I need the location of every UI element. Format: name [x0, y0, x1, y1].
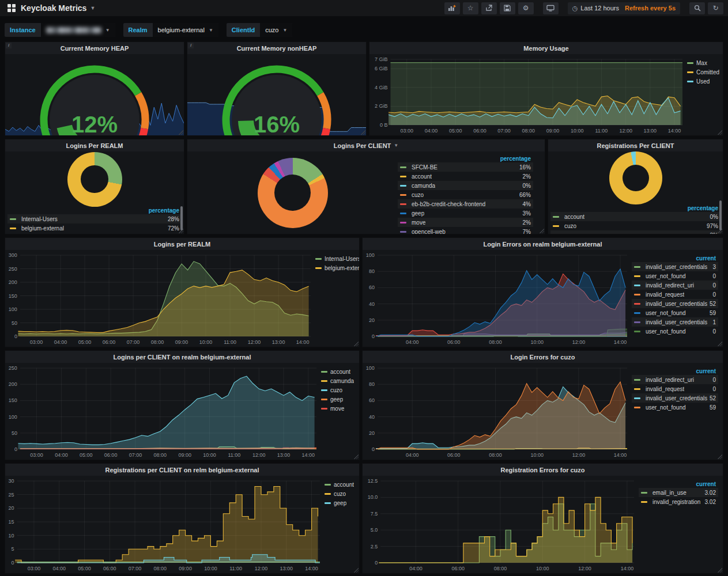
legend-row[interactable]: user_not_found0: [632, 327, 718, 336]
panel-header[interactable]: Logins Per CLIENT ▼: [187, 139, 545, 151]
tv-mode-button[interactable]: [543, 2, 559, 14]
legend-item[interactable]: account: [321, 369, 359, 375]
registrations-per-client-chart[interactable]: 05101520253003:0004:0005:0006:0007:0008:…: [5, 476, 359, 573]
plot-area[interactable]: 02040608010004:0006:0008:0010:0012:0014:…: [363, 250, 632, 347]
legend-row[interactable]: user_not_found59: [632, 308, 718, 317]
settings-button[interactable]: ⚙: [518, 2, 534, 14]
donut-chart[interactable]: [67, 152, 122, 207]
panel-header[interactable]: Logins per CLIENT on realm belgium-exter…: [5, 351, 359, 363]
memory-usage-chart[interactable]: 0 B2 GiB4 GiB6 GiB7 GiB03:0004:0005:0006…: [369, 54, 723, 135]
registrations-per-client-donut[interactable]: percentageaccount0%cuzo97%geep3%: [548, 151, 723, 234]
variable-instance-value[interactable]: ▼: [41, 23, 115, 37]
dashboard-title-caret-icon[interactable]: ▼: [90, 5, 95, 11]
panel-header[interactable]: Current Memory nonHEAP: [187, 42, 366, 54]
legend-row[interactable]: cuzo66%: [398, 190, 533, 199]
legend-item[interactable]: Max: [687, 60, 723, 66]
donut-chart[interactable]: [258, 158, 328, 228]
legend-scrollbar[interactable]: [719, 200, 722, 230]
logins-per-client-chart[interactable]: 05010015020025003:0004:0005:0006:0007:00…: [5, 363, 359, 460]
legend-row[interactable]: account2%: [398, 172, 533, 181]
login-errors-realm-chart[interactable]: 02040608010004:0006:0008:0010:0012:0014:…: [363, 250, 723, 347]
panel-header[interactable]: Registrations per CLIENT on relm belgium…: [5, 464, 359, 476]
legend-row[interactable]: invalid_redirect_uri0: [632, 281, 718, 290]
panel-header[interactable]: Registrations Per CLIENT: [548, 139, 723, 151]
legend-row[interactable]: cuzo97%: [550, 221, 721, 230]
resize-handle[interactable]: [718, 568, 722, 573]
registration-errors-cuzo-chart[interactable]: 02.55.07.510.012.504:0006:0008:0010:0012…: [363, 476, 723, 573]
legend-item[interactable]: camunda: [321, 378, 359, 384]
resize-handle[interactable]: [354, 454, 359, 459]
legend-item[interactable]: move: [321, 406, 359, 412]
legend-item[interactable]: geep: [321, 396, 359, 403]
resize-handle[interactable]: [718, 130, 722, 135]
plot-area[interactable]: 05101520253003:0004:0005:0006:0007:0008:…: [5, 476, 325, 573]
resize-handle[interactable]: [354, 568, 359, 573]
variable-clientid-value[interactable]: cuzo ▼: [260, 23, 292, 37]
logins-per-realm-chart[interactable]: 05010015020025030003:0004:0005:0006:0007…: [5, 250, 359, 347]
legend-row[interactable]: user_not_found0: [632, 271, 718, 281]
legend-item[interactable]: belgium-exter: [315, 265, 359, 271]
dashboard-title[interactable]: Keycloak Metrics: [21, 3, 86, 13]
timeseries-svg[interactable]: 02040608010004:0006:0008:0010:0012:0014:…: [363, 363, 632, 460]
plot-area[interactable]: 05010015020025030003:0004:0005:0006:0007…: [5, 250, 315, 347]
resize-handle[interactable]: [179, 130, 183, 135]
info-icon[interactable]: i: [6, 43, 12, 48]
legend-row[interactable]: invalid_registration3.02: [639, 497, 718, 506]
legend-item[interactable]: cuzo: [325, 491, 359, 497]
legend-item[interactable]: Used: [687, 78, 723, 85]
legend-item[interactable]: geep: [325, 500, 359, 506]
legend-row[interactable]: geep3%: [550, 230, 721, 234]
resize-handle[interactable]: [354, 342, 359, 346]
legend-row[interactable]: belgium-external72%: [7, 223, 182, 233]
legend-item[interactable]: Internal-Users: [315, 256, 359, 262]
refresh-button[interactable]: ↻: [708, 2, 723, 14]
logins-per-realm-donut[interactable]: percentageInternal-Users28%belgium-exter…: [5, 151, 184, 234]
legend-row[interactable]: invalid_user_credentials52: [632, 393, 718, 403]
timeseries-svg[interactable]: 05101520253003:0004:0005:0006:0007:0008:…: [5, 476, 325, 573]
panel-header[interactable]: Current Memory HEAP: [5, 42, 184, 54]
legend-scrollbar[interactable]: [180, 206, 183, 230]
resize-handle[interactable]: [540, 229, 544, 233]
timeseries-svg[interactable]: 02040608010004:0006:0008:0010:0012:0014:…: [363, 250, 632, 347]
legend-item[interactable]: cuzo: [321, 387, 359, 393]
legend-row[interactable]: invalid_request0: [632, 290, 718, 299]
plot-area[interactable]: 0 B2 GiB4 GiB6 GiB7 GiB03:0004:0005:0006…: [369, 54, 687, 135]
panel-header[interactable]: Memory Usage: [369, 42, 723, 54]
legend-item[interactable]: account: [325, 482, 359, 488]
resize-handle[interactable]: [718, 454, 722, 459]
legend-row[interactable]: invalid_redirect_uri0: [632, 375, 718, 384]
legend-row[interactable]: account0%: [550, 212, 721, 221]
timeseries-svg[interactable]: 0 B2 GiB4 GiB6 GiB7 GiB03:0004:0005:0006…: [369, 54, 687, 135]
panel-header[interactable]: Registration Errors for cuzo: [363, 464, 723, 476]
legend-row[interactable]: SFCM-BE16%: [398, 162, 533, 172]
legend-row[interactable]: invalid_user_credentials52: [632, 299, 718, 308]
login-errors-cuzo-chart[interactable]: 02040608010004:0006:0008:0010:0012:0014:…: [363, 363, 723, 460]
add-panel-button[interactable]: [444, 2, 460, 14]
zoom-out-button[interactable]: [689, 2, 705, 14]
share-button[interactable]: [481, 2, 497, 14]
panel-header[interactable]: Logins per REALM: [5, 238, 359, 250]
legend-row[interactable]: move2%: [398, 218, 533, 227]
timeseries-svg[interactable]: 05010015020025030003:0004:0005:0006:0007…: [5, 250, 315, 347]
legend-row[interactable]: camunda0%: [398, 181, 533, 190]
resize-handle[interactable]: [361, 130, 365, 135]
legend-row[interactable]: user_not_found59: [632, 403, 718, 412]
donut-chart[interactable]: [609, 151, 662, 204]
legend-row[interactable]: eb-b2b-credit-check-frontend4%: [398, 199, 533, 209]
time-picker[interactable]: ◷ Last 12 hours Refresh every 5s: [568, 2, 680, 14]
legend-row[interactable]: opencell-web7%: [398, 227, 533, 234]
dashboard-grid-icon[interactable]: [7, 3, 16, 13]
panel-header[interactable]: Login Errors for cuzo: [363, 351, 723, 363]
legend-row[interactable]: Internal-Users28%: [7, 214, 182, 223]
timeseries-svg[interactable]: 05010015020025003:0004:0005:0006:0007:00…: [5, 363, 321, 460]
legend-row[interactable]: invalid_request0: [632, 384, 718, 393]
star-button[interactable]: ☆: [463, 2, 478, 14]
info-icon[interactable]: i: [188, 43, 194, 48]
save-button[interactable]: [500, 2, 515, 14]
plot-area[interactable]: 02.55.07.510.012.504:0006:0008:0010:0012…: [363, 476, 639, 573]
logins-per-client-donut[interactable]: percentageSFCM-BE16%account2%camunda0%cu…: [187, 151, 545, 234]
legend-row[interactable]: invalid_user_credentials3: [632, 262, 718, 271]
panel-header[interactable]: Login Errors on realm belgium-external: [363, 238, 723, 250]
legend-item[interactable]: Comitted: [687, 69, 723, 75]
panel-header[interactable]: Logins Per REALM: [5, 139, 184, 151]
